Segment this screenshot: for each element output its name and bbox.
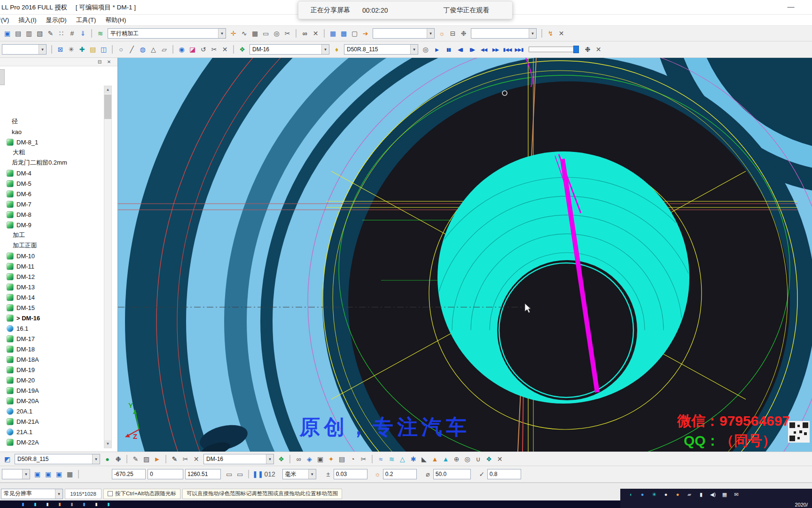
tree-item[interactable]: DM-17 [0, 333, 102, 344]
tree-item[interactable]: DM-12 [0, 271, 102, 282]
stepover-input[interactable] [487, 469, 521, 479]
top-view-icon[interactable]: ▣ [43, 469, 54, 479]
tree-item[interactable]: DM-7 [0, 199, 102, 209]
menu-tools[interactable]: 工具(T) [71, 15, 101, 26]
export-icon[interactable]: ➔ [360, 28, 371, 39]
active-tool-combobox[interactable]: D50R.8_115 ▾ [15, 454, 100, 464]
y-coordinate-input[interactable] [148, 469, 183, 479]
tool-icon[interactable]: ♦ [331, 44, 342, 55]
pattern-finish-icon[interactable]: ❖ [484, 454, 494, 464]
diameter-input[interactable] [433, 469, 471, 479]
chevron-down-icon[interactable]: ▾ [427, 29, 434, 38]
simulation-speed-slider[interactable] [529, 47, 578, 52]
separator[interactable] [91, 29, 92, 38]
asterisk-icon[interactable]: ✳ [66, 44, 77, 55]
resolution-combobox[interactable]: 常见分辨率 ▾ [1, 489, 63, 499]
calculator-icon[interactable]: ▦ [250, 28, 260, 39]
tree-item[interactable]: 后龙门二粗留0.2mm [0, 158, 102, 168]
menu-insert[interactable]: 插入(I) [14, 15, 41, 26]
panel-tab[interactable] [0, 69, 5, 85]
scrollbar-thumb[interactable] [104, 95, 111, 119]
view-combobox[interactable]: ▾ [2, 469, 30, 479]
chevron-down-icon[interactable]: ▾ [92, 454, 100, 464]
fast-forward-button[interactable]: ▶▶ [490, 44, 501, 55]
empty-combobox-1[interactable]: ▾ [373, 28, 435, 39]
tree-item[interactable]: DM-14 [0, 292, 102, 302]
close-toolbar-icon[interactable]: ✕ [593, 44, 604, 55]
tolerance-input[interactable] [334, 469, 367, 479]
pick-target-icon[interactable]: ▭ [234, 469, 245, 479]
pick-position-icon[interactable]: ▭ [224, 469, 234, 479]
strategy-icon[interactable]: ≋ [95, 28, 106, 39]
open-folder-icon[interactable]: ▤ [87, 44, 98, 55]
eraser-icon[interactable]: ◪ [187, 44, 198, 55]
tray-app2-icon[interactable]: ● [662, 491, 670, 498]
tree-scrollbar[interactable]: ▲ ▼ [104, 86, 112, 448]
save-icon[interactable]: ◫ [98, 44, 109, 55]
taskbar-app-icon[interactable]: ▮ [105, 501, 112, 507]
tray-message-icon[interactable]: ✉ [733, 491, 740, 498]
tree-item[interactable]: 大粗 [0, 147, 102, 158]
scroll-up-button[interactable]: ▲ [104, 86, 111, 94]
toolpath-combobox[interactable]: DM-16 ▾ [250, 44, 329, 55]
points-icon[interactable]: ✱ [408, 454, 419, 464]
tree-item[interactable]: DM-8_1 [0, 137, 102, 147]
delete-icon[interactable]: ✕ [219, 44, 230, 55]
line-icon[interactable]: ╱ [126, 44, 137, 55]
play-button[interactable]: ▶ [431, 44, 443, 55]
cut-icon[interactable]: ✂ [209, 44, 219, 55]
taskbar-app-icon[interactable]: ▮ [81, 501, 87, 507]
menu-display[interactable]: 显示(D) [41, 15, 71, 26]
remove-icon[interactable]: ✕ [191, 454, 202, 464]
bars-icon[interactable]: ❚❚ [252, 469, 264, 479]
ellipse-icon[interactable]: ○ [116, 44, 126, 55]
pause-button[interactable]: ▮▮ [443, 44, 454, 55]
taskbar-app-icon[interactable]: ▮ [44, 501, 51, 507]
simulate-icon[interactable]: ❉ [458, 28, 469, 39]
chevron-down-icon[interactable]: ▾ [55, 489, 62, 499]
panel-close-button[interactable]: ✕ [105, 58, 113, 65]
tree-item[interactable]: DM-6 [0, 189, 102, 199]
draw-icon[interactable]: ✎ [130, 454, 141, 464]
clock-icon[interactable]: ◔ [347, 454, 358, 464]
tree-item[interactable]: 径 [0, 116, 102, 127]
ramp-orange-icon[interactable]: ▲ [429, 454, 440, 464]
annotate-icon[interactable]: ✎ [45, 28, 56, 39]
tree-item[interactable]: 加工正面 [0, 240, 102, 251]
grid-dense-icon[interactable]: ▩ [338, 28, 349, 39]
link-icon[interactable]: ∞ [293, 454, 304, 464]
tree-item[interactable]: DM-20 [0, 375, 102, 385]
menu-help[interactable]: 帮助(H) [101, 15, 131, 26]
pattern-icon[interactable]: ∷ [56, 28, 67, 39]
sphere-icon[interactable]: ◍ [137, 44, 148, 55]
tools-icon[interactable]: ✛ [228, 28, 239, 39]
tree-item[interactable]: DM-15 [0, 302, 102, 313]
chevron-down-icon[interactable]: ▾ [410, 45, 418, 54]
ramp-cyan-icon[interactable]: ▲ [440, 454, 451, 464]
frame-icon[interactable]: ▢ [349, 28, 360, 39]
separator[interactable] [165, 455, 166, 463]
tree-item[interactable]: DM-20A [0, 396, 102, 406]
chevron-down-icon[interactable]: ▾ [321, 45, 329, 54]
tree-item[interactable]: DM-5 [0, 178, 102, 189]
clip-toolpath-icon[interactable]: ✂ [358, 454, 369, 464]
tool-preview-icon[interactable]: ◎ [420, 44, 431, 55]
tree-item-active[interactable]: > DM-16 [0, 313, 102, 323]
tree-item[interactable]: kao [0, 127, 102, 137]
shaded-tool-icon[interactable]: ● [102, 454, 113, 464]
taskbar-app-icon[interactable]: ▮ [93, 501, 100, 507]
iso-view-icon[interactable]: ▣ [32, 469, 43, 479]
tray-moon-icon[interactable]: ◖ [627, 491, 634, 498]
import-icon[interactable]: ⇓ [78, 28, 88, 39]
zoom-icon[interactable]: ⊕ [451, 454, 462, 464]
tree-item[interactable]: DM-4 [0, 168, 102, 178]
preview-icon[interactable]: ◎ [271, 28, 282, 39]
plane-icon[interactable]: ▱ [159, 44, 170, 55]
tray-grid-icon[interactable]: ▦ [721, 491, 728, 498]
cone-icon[interactable]: △ [148, 44, 159, 55]
separator[interactable] [372, 455, 373, 463]
axes-icon[interactable]: ✚ [77, 44, 87, 55]
workplane-icon[interactable]: ◩ [2, 454, 13, 464]
spheres-icon[interactable]: ◉ [176, 44, 187, 55]
separator[interactable] [289, 455, 290, 463]
